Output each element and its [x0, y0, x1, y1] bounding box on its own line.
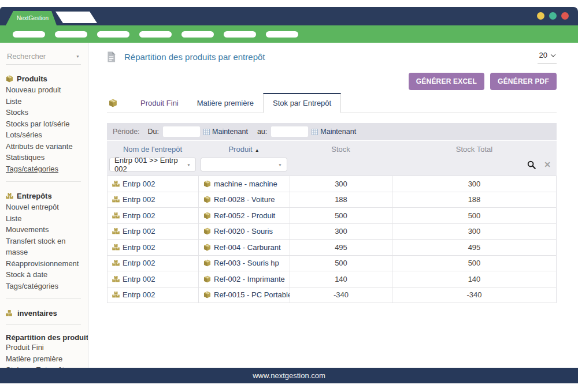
nav-pill-placeholder[interactable] — [266, 31, 298, 38]
stock-value: 188 — [290, 192, 392, 208]
warehouse-link[interactable]: Entrp 002 — [123, 211, 155, 220]
main-content: Répartition des produits par entrepôt 20… — [88, 43, 578, 368]
table-row[interactable]: Entrp 002 machine - machine 300 300 — [108, 176, 557, 192]
product-link[interactable]: Ref-0020 - Souris — [214, 227, 273, 236]
period-to-now-link[interactable]: Maintenant — [320, 128, 356, 136]
product-cube-icon — [203, 227, 211, 235]
nav-pill-placeholder[interactable] — [55, 31, 87, 38]
warehouse-link[interactable]: Entrp 002 — [123, 180, 155, 188]
search-placeholder: Rechercher — [7, 52, 46, 61]
table-row[interactable]: Entrp 002 Ref-0020 - Souris 300 300 — [108, 224, 557, 240]
table-row[interactable]: Entrp 002 Ref-0028 - Voiture 188 188 — [108, 192, 557, 208]
window-dot-maximize — [549, 12, 557, 20]
table-row[interactable]: Entrp 002 Ref-003 - Souris hp 500 500 — [108, 256, 557, 272]
tab-stok-par-entrepot[interactable]: Stok par Entrepôt — [263, 93, 341, 113]
sidebar-item[interactable]: Nouvel entrepôt — [6, 201, 88, 213]
sidebar-item[interactable]: Statistiques — [6, 152, 88, 163]
warehouse-link[interactable]: Entrp 002 — [123, 259, 155, 267]
stock-value: -340 — [290, 288, 392, 304]
chevron-down-icon — [551, 52, 555, 57]
nav-pill-placeholder[interactable] — [224, 31, 256, 38]
sidebar-item[interactable]: Liste — [6, 213, 88, 225]
table-row[interactable]: Entrp 002 Ref-0052 - Produit 500 500 — [108, 208, 557, 224]
clear-filter-icon[interactable]: ✕ — [544, 160, 551, 169]
stock-total-value: -340 — [392, 288, 557, 304]
product-link[interactable]: Ref-002 - Imprimante — [214, 275, 285, 283]
sidebar-divider — [6, 324, 81, 325]
warehouse-icon — [112, 181, 120, 187]
window-titlebar: NextGestion — [0, 7, 578, 25]
product-filter-select[interactable]: ▼ — [201, 158, 287, 171]
column-header-product[interactable]: Produit▲ — [198, 145, 290, 154]
warehouse-icon — [112, 228, 120, 234]
sidebar-report-item[interactable]: Produit Fini — [6, 342, 88, 353]
product-link[interactable]: Ref-0052 - Produit — [214, 211, 275, 220]
stock-value: 300 — [290, 176, 392, 192]
product-link[interactable]: machine - machine — [214, 180, 277, 188]
generate-excel-button[interactable]: GÉNÉRER EXCEL — [409, 73, 484, 90]
actions-row: GÉNÉRER EXCEL GÉNÉRER PDF — [107, 73, 557, 90]
warehouse-link[interactable]: Entrp 002 — [123, 243, 155, 252]
period-from-input[interactable] — [163, 126, 200, 137]
period-to-input[interactable] — [271, 126, 308, 137]
page-size-value: 20 — [539, 51, 547, 59]
brand-flag-shape — [55, 12, 97, 23]
tabs-bar: Produit Fini Matière première Stok par E… — [107, 93, 557, 113]
warehouse-filter-select[interactable]: Entrp 001 >> Entrp 002 ▼ — [109, 158, 196, 171]
tab-produit-fini[interactable]: Produit Fini — [131, 94, 188, 113]
calendar-icon[interactable] — [203, 129, 210, 135]
page-size-select[interactable]: 20 — [538, 50, 557, 64]
sidebar-item[interactable]: Lots/séries — [6, 129, 88, 141]
product-link[interactable]: Ref-003 - Souris hp — [214, 259, 279, 267]
column-header-stock-total[interactable]: Stock Total — [392, 145, 557, 154]
generate-pdf-button[interactable]: GÉNÉRER PDF — [490, 73, 557, 90]
sidebar-item[interactable]: Tags/catégories — [6, 281, 88, 292]
chevron-down-icon: ▼ — [187, 163, 191, 166]
stock-value: 140 — [290, 271, 392, 288]
sidebar-item[interactable]: Stock à date — [6, 269, 88, 281]
product-link[interactable]: Ref-004 - Carburant — [214, 243, 281, 252]
sidebar-search-select[interactable]: Rechercher ▼ — [6, 51, 81, 65]
table-row[interactable]: Entrp 002 Ref-004 - Carburant 495 495 — [108, 240, 557, 256]
column-header-warehouse[interactable]: Nom de l'entrepôt — [107, 145, 198, 154]
brand-logo[interactable]: NextGestion — [6, 11, 57, 25]
tab-matiere-premiere[interactable]: Matière première — [188, 94, 263, 113]
page-title: Répartition des produits par entrepôt — [124, 52, 265, 62]
warehouse-link[interactable]: Entrp 002 — [123, 227, 155, 236]
column-header-stock[interactable]: Stock — [290, 145, 392, 154]
sidebar-item[interactable]: Nouveau produit — [6, 84, 88, 96]
nav-pill-placeholder[interactable] — [97, 31, 129, 38]
calendar-icon[interactable] — [312, 129, 318, 135]
warehouse-icon — [6, 193, 13, 199]
table-row[interactable]: Entrp 002 Ref-002 - Imprimante 140 140 — [108, 271, 557, 288]
sidebar-item[interactable]: Tags/catégories — [6, 163, 88, 175]
sidebar-item[interactable]: Transfert stock en masse — [6, 236, 88, 258]
product-cube-icon — [203, 212, 211, 219]
sidebar-item[interactable]: Stocks — [6, 107, 88, 118]
sidebar-report-active[interactable]: Répartition des produit... — [6, 333, 88, 342]
sidebar-item[interactable]: Stocks par lot/série — [6, 118, 88, 130]
warehouse-link[interactable]: Entrp 002 — [123, 275, 155, 283]
nav-pill-placeholder[interactable] — [13, 31, 45, 38]
sidebar-report-item[interactable]: Matière première — [6, 353, 88, 365]
nav-pill-placeholder[interactable] — [139, 31, 172, 38]
stock-total-value: 140 — [392, 271, 557, 288]
search-icon[interactable] — [527, 160, 536, 169]
period-from-now-link[interactable]: Maintenant — [212, 128, 248, 136]
stock-value: 495 — [290, 240, 392, 256]
table-row[interactable]: Entrp 002 Ref-0015 - PC Portable -340 -3… — [108, 288, 557, 304]
product-link[interactable]: Ref-0015 - PC Portable — [214, 290, 290, 299]
sidebar-item[interactable]: Réapprovisionnement — [6, 258, 88, 270]
sidebar-item[interactable]: Liste — [6, 96, 88, 107]
period-label: Période: — [113, 128, 140, 136]
warehouse-link[interactable]: Entrp 002 — [123, 290, 155, 299]
sidebar-item[interactable]: Attributs de variante — [6, 141, 88, 152]
nav-pill-placeholder[interactable] — [181, 31, 214, 38]
warehouse-link[interactable]: Entrp 002 — [123, 195, 155, 204]
warehouse-icon — [112, 260, 120, 266]
warehouse-icon — [112, 212, 120, 219]
stock-total-value: 500 — [392, 256, 557, 272]
product-link[interactable]: Ref-0028 - Voiture — [214, 195, 275, 204]
sidebar-item[interactable]: Mouvements — [6, 224, 88, 236]
stock-table-body: Entrp 002 machine - machine 300 300 Entr… — [107, 176, 557, 303]
